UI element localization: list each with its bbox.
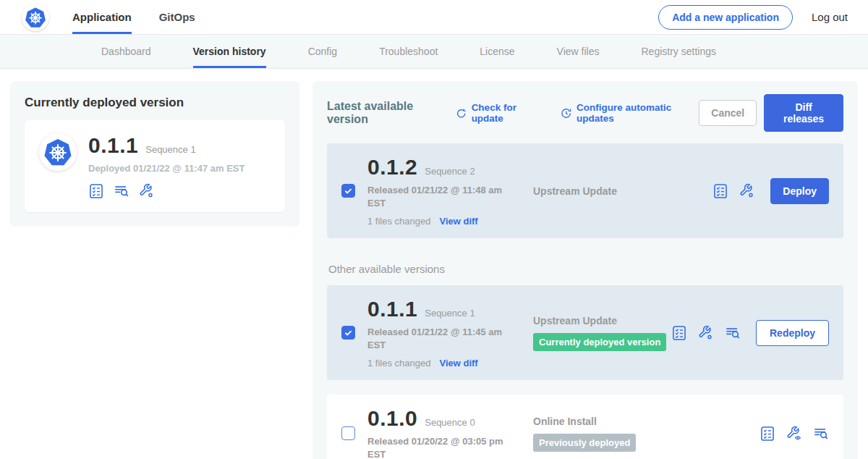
currently-deployed-title: Currently deployed version bbox=[25, 96, 285, 110]
kubernetes-logo-icon bbox=[22, 4, 49, 31]
sequence-label: Sequence 2 bbox=[425, 166, 475, 177]
header-tabs: Application GitOps bbox=[72, 0, 195, 34]
add-new-application-button[interactable]: Add a new application bbox=[658, 5, 793, 30]
files-changed-label: 1 files changed bbox=[367, 358, 430, 369]
logout-link[interactable]: Log out bbox=[812, 11, 848, 23]
checklist-icon[interactable] bbox=[712, 183, 728, 199]
checklist-icon[interactable] bbox=[671, 325, 687, 341]
version-checkbox[interactable] bbox=[341, 426, 355, 440]
subnav-tab-troubleshoot[interactable]: Troubleshoot bbox=[379, 35, 438, 68]
refresh-icon bbox=[456, 107, 467, 119]
latest-available-title: Latest available version bbox=[327, 100, 446, 126]
version-number: 0.1.2 bbox=[367, 155, 417, 180]
tab-gitops[interactable]: GitOps bbox=[159, 0, 195, 34]
version-number: 0.1.0 bbox=[367, 406, 417, 431]
subnav-tab-license[interactable]: License bbox=[480, 35, 514, 68]
released-timestamp: Released 01/21/22 @ 11:48 am EST bbox=[367, 184, 505, 209]
deployed-timestamp: Deployed 01/21/22 @ 11:47 am EST bbox=[88, 163, 244, 174]
subnav-tab-config[interactable]: Config bbox=[308, 35, 337, 68]
version-checkbox[interactable] bbox=[341, 184, 355, 198]
diff-search-icon[interactable] bbox=[813, 426, 829, 442]
subnav-tab-dashboard[interactable]: Dashboard bbox=[101, 35, 151, 68]
other-versions-heading: Other available versions bbox=[328, 263, 843, 275]
view-diff-link[interactable]: View diff bbox=[439, 216, 477, 227]
deploy-button[interactable]: Deploy bbox=[770, 178, 829, 204]
version-source-label: Online Install bbox=[533, 416, 760, 427]
top-header: Application GitOps Add a new application… bbox=[0, 0, 868, 35]
version-checkbox[interactable] bbox=[341, 326, 355, 340]
files-changed-label: 1 files changed bbox=[367, 216, 430, 227]
configure-automatic-updates-link[interactable]: Configure automatic updates bbox=[561, 102, 699, 124]
wrench-gear-icon[interactable] bbox=[698, 325, 714, 341]
version-row-0-1-1: 0.1.1 Sequence 1 Released 01/21/22 @ 11:… bbox=[327, 285, 843, 380]
tab-application[interactable]: Application bbox=[72, 0, 132, 34]
view-diff-link[interactable]: View diff bbox=[439, 358, 477, 369]
diff-releases-button[interactable]: Diff releases bbox=[764, 94, 843, 132]
previously-deployed-badge: Previously deployed bbox=[533, 434, 636, 452]
checklist-icon[interactable] bbox=[88, 183, 104, 199]
released-timestamp: Released 01/21/22 @ 11:45 am EST bbox=[367, 326, 505, 351]
version-row-0-1-2: 0.1.2 Sequence 2 Released 01/21/22 @ 11:… bbox=[327, 143, 843, 238]
version-number: 0.1.1 bbox=[367, 297, 417, 321]
cancel-button[interactable]: Cancel bbox=[699, 100, 757, 126]
redeploy-button[interactable]: Redeploy bbox=[756, 320, 829, 346]
sequence-label: Sequence 0 bbox=[425, 417, 475, 428]
version-row-0-1-0: 0.1.0 Sequence 0 Released 01/20/22 @ 03:… bbox=[327, 395, 843, 459]
subnav-tab-version-history[interactable]: Version history bbox=[193, 35, 266, 68]
currently-deployed-panel: Currently deployed version 0.1.1 Sequenc… bbox=[10, 81, 299, 227]
subnav-tab-registry-settings[interactable]: Registry settings bbox=[641, 35, 715, 68]
wrench-gear-icon[interactable] bbox=[139, 183, 155, 199]
wrench-eye-icon[interactable] bbox=[786, 426, 802, 442]
deployed-version-number: 0.1.1 bbox=[88, 133, 138, 158]
version-source-label: Upstream Update bbox=[533, 185, 712, 197]
version-history-panel: Latest available version Check for updat… bbox=[312, 81, 858, 459]
wrench-gear-icon[interactable] bbox=[739, 183, 755, 199]
diff-search-icon[interactable] bbox=[725, 325, 741, 341]
currently-deployed-badge: Currently deployed version bbox=[533, 333, 666, 351]
app-subnav: Dashboard Version history Config Trouble… bbox=[0, 35, 868, 69]
released-timestamp: Released 01/20/22 @ 03:05 pm EST bbox=[367, 435, 505, 459]
check-for-update-link[interactable]: Check for update bbox=[456, 102, 543, 124]
deployed-sequence-label: Sequence 1 bbox=[145, 144, 195, 155]
app-logo-icon bbox=[39, 133, 77, 171]
clock-refresh-icon bbox=[561, 107, 571, 119]
sequence-label: Sequence 1 bbox=[425, 308, 475, 319]
checklist-icon[interactable] bbox=[760, 426, 775, 442]
diff-search-icon[interactable] bbox=[114, 183, 129, 199]
deployed-version-card: 0.1.1 Sequence 1 Deployed 01/21/22 @ 11:… bbox=[25, 120, 285, 212]
subnav-tab-view-files[interactable]: View files bbox=[557, 35, 600, 68]
version-source-label: Upstream Update bbox=[533, 315, 671, 327]
